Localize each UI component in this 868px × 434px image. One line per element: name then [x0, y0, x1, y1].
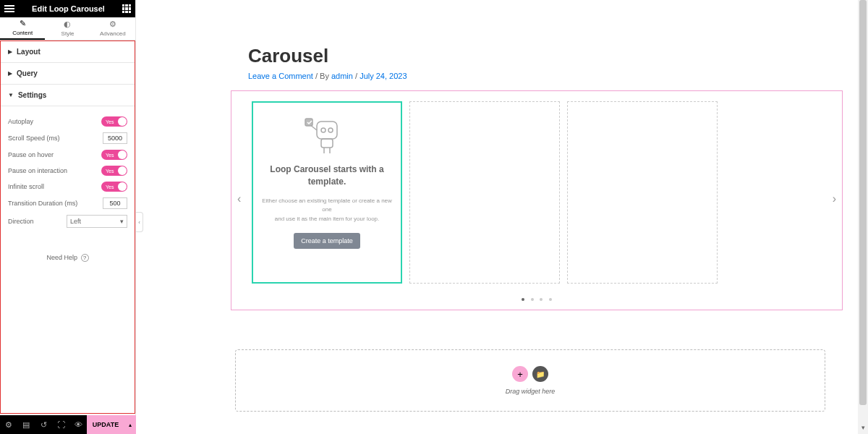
control-label: Infinite scroll — [8, 183, 44, 190]
update-caret[interactable]: ▴ — [124, 415, 136, 434]
carousel-arrow-right-icon[interactable]: › — [833, 192, 836, 205]
svg-rect-6 — [305, 119, 312, 126]
help-text: Need Help — [46, 254, 77, 261]
control-scroll-speed: Scroll Speed (ms) — [8, 132, 127, 144]
control-label: Direction — [8, 218, 34, 225]
loop-carousel-widget[interactable]: ‹ › Loop Carousel starts with a template… — [231, 90, 843, 310]
carousel-slide-empty[interactable] — [567, 101, 718, 284]
carousel-dots — [252, 291, 822, 304]
author-link[interactable]: admin — [331, 72, 353, 80]
carousel-slide-active[interactable]: Loop Carousel starts with a template. Ei… — [252, 101, 402, 284]
need-help[interactable]: Need Help ? — [8, 254, 127, 262]
control-pause-interaction: Pause on interaction Yes — [8, 166, 127, 176]
control-pause-hover: Pause on hover Yes — [8, 150, 127, 160]
date-link[interactable]: July 24, 2023 — [359, 72, 407, 80]
navigator-icon[interactable]: ▤ — [17, 420, 35, 430]
svg-rect-0 — [317, 122, 337, 139]
history-icon[interactable]: ↺ — [35, 420, 52, 430]
caret-right-icon — [8, 48, 12, 55]
page-meta: Leave a Comment / By admin / July 24, 20… — [248, 72, 847, 80]
tab-advanced[interactable]: ⚙ Advanced — [90, 17, 135, 40]
toggle-value: Yes — [106, 153, 114, 158]
update-button[interactable]: UPDATE — [87, 415, 124, 434]
panel-tabs: ✎ Content ◐ Style ⚙ Advanced — [0, 17, 135, 41]
scrollbar-thumb[interactable] — [859, 0, 867, 405]
panel-collapse-handle[interactable]: ‹ — [136, 212, 143, 232]
preview-icon[interactable]: 👁 — [69, 420, 87, 429]
carousel-slides: Loop Carousel starts with a template. Ei… — [252, 101, 822, 284]
tab-style[interactable]: ◐ Style — [45, 17, 90, 40]
control-transition: Transition Duration (ms) — [8, 197, 127, 209]
section-query[interactable]: Query — [1, 63, 135, 85]
control-direction: Direction Left — [8, 215, 127, 228]
add-widget-button[interactable]: + — [512, 366, 528, 382]
carousel-arrow-left-icon[interactable]: ‹ — [237, 192, 241, 205]
carousel-slide-empty[interactable] — [409, 101, 560, 284]
section-label: Layout — [17, 48, 41, 56]
dropzone-text: Drag widget here — [506, 388, 556, 395]
robot-icon — [304, 114, 350, 156]
caret-down-icon — [8, 92, 14, 98]
section-layout[interactable]: Layout — [1, 41, 135, 63]
settings-icon[interactable]: ⚙ — [0, 420, 17, 430]
chevron-down-icon — [120, 218, 124, 225]
responsive-icon[interactable]: ⛶ — [52, 420, 69, 429]
toggle-knob — [118, 166, 127, 175]
slide-title: Loop Carousel starts with a template. — [260, 163, 393, 188]
toggle-knob — [118, 150, 127, 159]
leave-comment-link[interactable]: Leave a Comment — [248, 72, 313, 80]
hamburger-icon[interactable] — [4, 5, 14, 12]
highlighted-region: Layout Query Settings Autoplay Yes Scrol… — [0, 41, 135, 414]
apps-grid-icon[interactable] — [122, 4, 131, 13]
page-title: Carousel — [248, 45, 847, 67]
tab-content[interactable]: ✎ Content — [0, 17, 45, 40]
pause-hover-toggle[interactable]: Yes — [101, 150, 127, 160]
infinite-toggle[interactable]: Yes — [101, 182, 127, 192]
control-label: Scroll Speed (ms) — [8, 135, 60, 142]
panel-title: Edit Loop Carousel — [14, 4, 122, 13]
transition-input[interactable] — [103, 197, 127, 209]
autoplay-toggle[interactable]: Yes — [101, 116, 127, 127]
direction-select[interactable]: Left — [67, 215, 127, 228]
section-settings[interactable]: Settings — [1, 85, 135, 106]
toggle-knob — [118, 117, 127, 126]
carousel-dot[interactable] — [531, 298, 534, 301]
control-infinite: Infinite scroll Yes — [8, 182, 127, 192]
pencil-icon: ✎ — [20, 20, 26, 27]
tab-label: Style — [61, 30, 75, 37]
tab-label: Content — [12, 30, 33, 36]
widget-dropzone[interactable]: + 📁 Drag widget here — [235, 349, 825, 412]
carousel-dot[interactable] — [522, 298, 524, 301]
pause-interaction-toggle[interactable]: Yes — [101, 166, 127, 176]
control-autoplay: Autoplay Yes — [8, 116, 127, 127]
editor-panel: Edit Loop Carousel ✎ Content ◐ Style ⚙ A… — [0, 0, 136, 434]
dropzone-icons: + 📁 — [512, 366, 548, 382]
control-label: Pause on hover — [8, 151, 54, 158]
carousel-dot[interactable] — [540, 298, 542, 301]
template-library-button[interactable]: 📁 — [532, 366, 548, 382]
preview-canvas: Carousel Leave a Comment / By admin / Ju… — [226, 22, 847, 412]
section-label: Settings — [18, 91, 46, 99]
select-value: Left — [70, 218, 81, 225]
panel-footer: ⚙ ▤ ↺ ⛶ 👁 UPDATE ▴ — [0, 415, 136, 434]
meta-separator: / By — [315, 72, 331, 80]
panel-header: Edit Loop Carousel — [0, 0, 135, 17]
contrast-icon: ◐ — [64, 20, 71, 28]
svg-point-2 — [328, 128, 333, 132]
vertical-scrollbar[interactable]: ▴ ▾ — [858, 0, 868, 434]
toggle-value: Yes — [106, 184, 114, 190]
control-label: Transition Duration (ms) — [8, 200, 77, 207]
control-label: Autoplay — [8, 118, 33, 125]
gear-icon: ⚙ — [109, 20, 116, 28]
slide-description: Either choose an existing template or cr… — [260, 197, 393, 224]
help-icon: ? — [81, 254, 89, 262]
caret-right-icon — [8, 70, 12, 77]
tab-label: Advanced — [100, 30, 126, 37]
toggle-value: Yes — [106, 169, 114, 174]
settings-controls: Autoplay Yes Scroll Speed (ms) Pause on … — [1, 106, 135, 266]
scroll-down-icon[interactable]: ▾ — [858, 424, 868, 434]
toggle-value: Yes — [106, 119, 114, 124]
create-template-button[interactable]: Create a template — [294, 233, 360, 249]
carousel-dot[interactable] — [549, 298, 552, 301]
scroll-speed-input[interactable] — [103, 132, 127, 144]
